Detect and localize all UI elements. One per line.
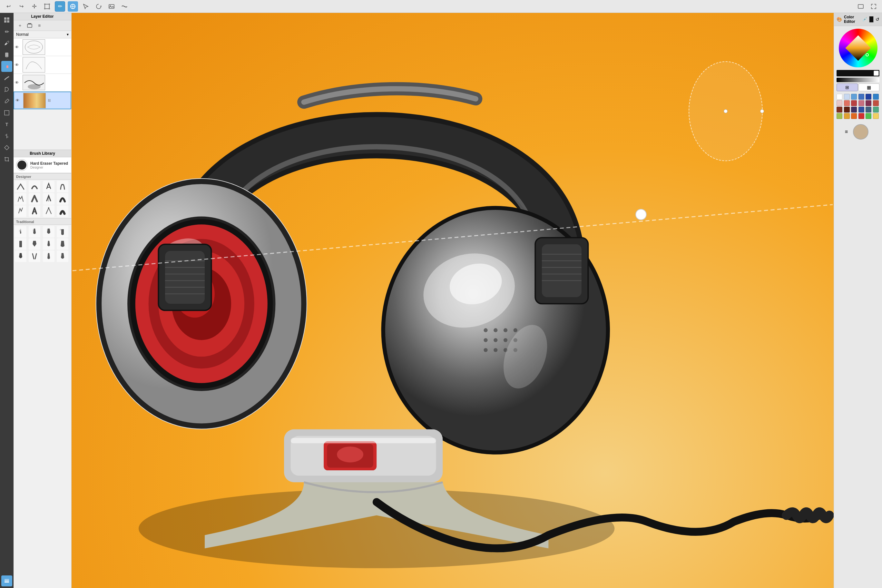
svg-text:2: 2 xyxy=(61,254,62,256)
svg-rect-2 xyxy=(49,3,50,5)
trad-brush-1[interactable]: 1 xyxy=(15,226,26,238)
svg-rect-0 xyxy=(45,4,50,9)
svg-rect-3 xyxy=(44,8,45,9)
selected-brush-display: Hard Eraser Tapered Designer xyxy=(14,158,71,173)
layer-item-4[interactable]: 👁 ⛓ xyxy=(14,92,71,109)
blend-mode-selector[interactable]: Normal ▾ xyxy=(14,31,71,38)
svg-rect-25 xyxy=(28,23,31,24)
svg-rect-4 xyxy=(49,8,50,9)
brush-preview xyxy=(16,159,28,171)
layer-menu-button[interactable]: ≡ xyxy=(36,22,43,29)
selection-tool-button[interactable] xyxy=(81,1,91,12)
trad-brush-4[interactable]: 4 xyxy=(57,226,68,238)
svg-rect-15 xyxy=(5,52,8,57)
svg-rect-12 xyxy=(7,17,9,20)
trad-brush-5[interactable] xyxy=(15,238,26,250)
svg-rect-19 xyxy=(4,111,9,115)
svg-text:1: 1 xyxy=(19,229,20,232)
layer-editor-title: Layer Editor xyxy=(14,13,71,20)
brush-item-5[interactable] xyxy=(15,193,26,205)
trad-brush-2[interactable]: 2 xyxy=(29,226,40,238)
trad-brush-10[interactable] xyxy=(29,250,40,262)
tool-fill[interactable] xyxy=(1,84,12,95)
layer-visibility-3[interactable]: 👁 xyxy=(15,80,21,85)
brush-item-9[interactable] xyxy=(15,206,26,217)
svg-rect-14 xyxy=(7,20,9,22)
lasso-tool-button[interactable] xyxy=(93,1,104,12)
layer-thumb-3 xyxy=(22,75,45,90)
trad-brush-3[interactable]: 3 xyxy=(43,226,54,238)
tool-grid[interactable] xyxy=(1,15,12,26)
layer-thumb-button[interactable] xyxy=(26,22,33,29)
brush-item-3[interactable] xyxy=(43,181,54,192)
layer-thumb-4 xyxy=(23,93,46,108)
main-toolbar: ↩ ↪ ✛ ✏ xyxy=(0,0,441,13)
brush-item-2[interactable] xyxy=(29,181,40,192)
redo-button[interactable]: ↪ xyxy=(16,1,26,12)
layer-thumb-2 xyxy=(22,57,45,72)
svg-text:3: 3 xyxy=(47,228,48,231)
brush-item-6[interactable] xyxy=(29,193,40,205)
tool-marker[interactable] xyxy=(1,50,12,60)
layer-visibility-4[interactable]: 👁 xyxy=(15,98,22,103)
trad-brush-11[interactable]: 1 xyxy=(43,250,54,262)
svg-rect-24 xyxy=(27,24,32,27)
brush-item-7[interactable] xyxy=(43,193,54,205)
layer-toolbar: + ≡ xyxy=(14,20,71,31)
blend-mode-chevron: ▾ xyxy=(67,32,69,37)
brush-item-4[interactable] xyxy=(57,181,68,192)
trad-brush-6[interactable] xyxy=(29,238,40,250)
tool-text[interactable]: T xyxy=(1,119,12,130)
tool-crop[interactable] xyxy=(1,154,12,165)
tool-pencil[interactable]: ✏ xyxy=(1,26,12,37)
transform-button[interactable] xyxy=(42,1,52,12)
svg-text:1: 1 xyxy=(47,254,48,256)
layer-visibility-1[interactable]: 👁 xyxy=(15,45,21,50)
curve-tool-button[interactable] xyxy=(119,1,130,12)
layer-link-icon: ⛓ xyxy=(48,99,51,102)
svg-rect-8 xyxy=(109,4,114,8)
move-tool-button[interactable]: ✛ xyxy=(29,1,39,12)
layer-item-3[interactable]: 👁 xyxy=(14,74,71,92)
tool-eraser[interactable] xyxy=(1,61,12,72)
layer-visibility-2[interactable]: 👁 xyxy=(15,63,21,68)
svg-text:2: 2 xyxy=(33,229,34,232)
layer-item-2[interactable]: 👁 xyxy=(14,56,71,74)
tool-brush[interactable]: 🖌 xyxy=(1,38,12,49)
tool-transform2[interactable] xyxy=(1,142,12,153)
trad-brush-12[interactable]: 2 xyxy=(57,250,68,262)
eraser-tool-button[interactable] xyxy=(68,1,78,12)
undo-button[interactable]: ↩ xyxy=(3,1,14,12)
brush-item-10[interactable] xyxy=(29,206,40,217)
designer-brush-grid xyxy=(14,180,71,218)
canvas-area[interactable] xyxy=(72,13,441,294)
svg-rect-16 xyxy=(6,56,8,57)
svg-point-27 xyxy=(28,84,40,89)
tool-eyedropper[interactable] xyxy=(1,96,12,107)
trad-brush-7[interactable] xyxy=(43,238,54,250)
brush-item-11[interactable] xyxy=(43,206,54,217)
trad-brush-9[interactable] xyxy=(15,250,26,262)
brush-category: Designer xyxy=(30,166,69,169)
brush-item-1[interactable] xyxy=(15,181,26,192)
brush-item-12[interactable] xyxy=(57,206,68,217)
brush-item-8[interactable] xyxy=(57,193,68,205)
image-tool-button[interactable] xyxy=(106,1,117,12)
svg-rect-13 xyxy=(4,20,6,22)
draw-tool-button[interactable]: ✏ xyxy=(55,1,65,12)
tool-symmetry[interactable] xyxy=(1,130,12,141)
trad-brush-8[interactable] xyxy=(57,238,68,250)
left-toolbar: ✏ 🖌 T xyxy=(0,13,14,294)
headphones-illustration xyxy=(72,13,441,294)
layer-editor-panel: Layer Editor + ≡ Normal ▾ 👁 👁 👁 xyxy=(14,13,72,150)
traditional-section-label: Traditional xyxy=(14,218,71,225)
tool-smudge[interactable] xyxy=(1,72,12,84)
svg-rect-34 xyxy=(20,241,22,247)
layer-thumb-1 xyxy=(22,39,45,55)
layer-item-1[interactable]: 👁 xyxy=(14,38,71,56)
brush-name: Hard Eraser Tapered xyxy=(30,161,69,166)
add-layer-button[interactable]: + xyxy=(16,22,24,29)
brush-info: Hard Eraser Tapered Designer xyxy=(30,161,69,169)
tool-shape[interactable] xyxy=(1,107,12,118)
svg-rect-1 xyxy=(44,3,45,5)
